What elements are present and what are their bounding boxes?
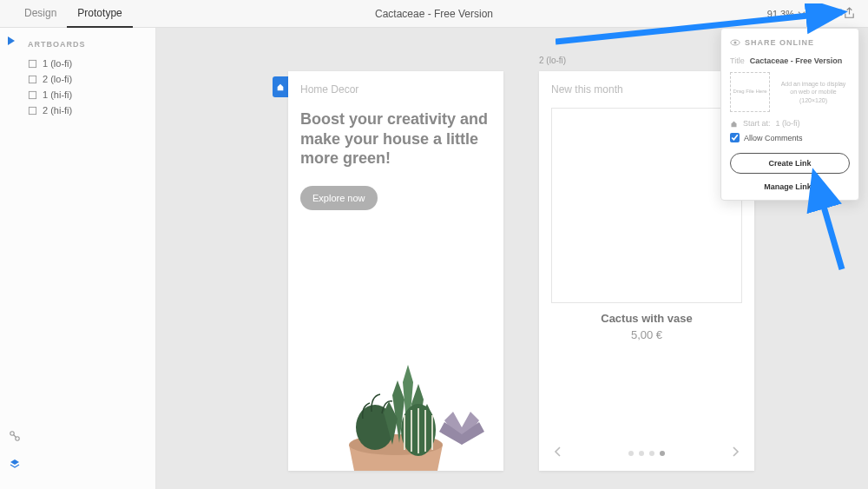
section-header: New this month — [551, 83, 623, 96]
product-image-placeholder — [551, 108, 742, 303]
start-at-value[interactable]: 1 (lo-fi) — [776, 119, 800, 128]
artboard-icon — [28, 106, 37, 116]
start-at-label: Start at: — [743, 119, 771, 128]
play-tool-icon[interactable] — [5, 35, 17, 50]
eye-icon — [730, 37, 740, 48]
artboard-list: 1 (lo-fi) 2 (lo-fi) 1 (hi-fi) 2 (hi-fi) — [28, 56, 155, 118]
share-title-value[interactable]: Cactaceae - Free Version — [750, 56, 843, 65]
link-tool-icon[interactable] — [9, 430, 21, 446]
zoom-value: 91.3% — [767, 9, 794, 19]
artboard-icon — [28, 90, 37, 100]
canvas[interactable]: 1 (lo-fi) Home Decor Boost your creativi… — [156, 28, 868, 489]
svg-rect-4 — [29, 91, 36, 98]
thumbnail-help: Add an image to display on web or mobile… — [777, 80, 850, 103]
artboards-heading: ARTBOARDS — [28, 40, 155, 49]
explore-button[interactable]: Explore now — [300, 186, 378, 210]
product-price: 5,00 € — [539, 328, 754, 341]
create-link-button[interactable]: Create Link — [730, 153, 850, 174]
svg-point-1 — [824, 17, 825, 18]
hero-headline: Boost your creativity and make your hous… — [288, 104, 503, 181]
tab-prototype[interactable]: Prototype — [67, 0, 132, 28]
artboard-icon — [28, 59, 37, 69]
search-field-placeholder: Home Decor — [288, 71, 503, 104]
artboard-label: 2 (lo-fi) — [43, 74, 72, 84]
thumbnail-dropzone[interactable]: Drag File Here — [730, 72, 770, 112]
home-icon — [276, 83, 285, 91]
artboard-2-label: 2 (lo-fi) — [539, 56, 566, 65]
device-preview-icon[interactable] — [818, 7, 831, 20]
hero-illustration — [288, 306, 503, 471]
allow-comments-input[interactable] — [730, 133, 740, 142]
chevron-right-icon[interactable] — [728, 445, 742, 462]
artboard-1-lofi[interactable]: 1 (lo-fi) Home Decor Boost your creativi… — [288, 71, 503, 471]
document-title: Cactaceae - Free Version — [375, 8, 493, 20]
home-icon — [730, 120, 738, 128]
svg-rect-5 — [29, 107, 36, 114]
home-indicator[interactable] — [273, 76, 288, 97]
manage-links-button[interactable]: Manage Links — [730, 182, 850, 191]
share-panel: SHARE ONLINE Title Cactaceae - Free Vers… — [720, 28, 859, 201]
artboard-item-1-lofi[interactable]: 1 (lo-fi) — [28, 56, 155, 71]
artboard-label: 1 (lo-fi) — [43, 58, 72, 69]
svg-rect-2 — [29, 60, 36, 67]
share-title-label: Title — [730, 56, 745, 65]
artboard-item-2-hifi[interactable]: 2 (hi-fi) — [28, 102, 155, 118]
product-name: Cactus with vase — [539, 312, 754, 325]
share-icon[interactable] — [843, 7, 856, 20]
share-panel-heading: SHARE ONLINE — [730, 37, 850, 48]
carousel-pager — [539, 445, 754, 462]
artboard-label: 2 (hi-fi) — [43, 105, 72, 116]
artboard-icon — [28, 75, 37, 84]
allow-comments-checkbox[interactable]: Allow Comments — [730, 133, 850, 142]
chevron-left-icon[interactable] — [551, 445, 565, 462]
artboard-item-1-hifi[interactable]: 1 (hi-fi) — [28, 87, 155, 102]
chevron-down-icon — [798, 10, 806, 17]
tab-design[interactable]: Design — [14, 0, 67, 28]
pager-dots — [628, 451, 665, 456]
svg-line-8 — [14, 435, 16, 438]
artboard-label: 1 (hi-fi) — [43, 89, 72, 100]
mode-tabs: Design Prototype — [14, 0, 133, 28]
top-toolbar: Design Prototype Cactaceae - Free Versio… — [0, 0, 868, 28]
svg-rect-3 — [29, 76, 36, 83]
left-sidebar: ARTBOARDS 1 (lo-fi) 2 (lo-fi) 1 (hi-fi) … — [0, 28, 156, 489]
svg-point-13 — [733, 41, 736, 43]
artboard-item-2-lofi[interactable]: 2 (lo-fi) — [28, 71, 155, 87]
zoom-control[interactable]: 91.3% — [767, 9, 806, 19]
layers-tool-icon[interactable] — [9, 458, 21, 473]
